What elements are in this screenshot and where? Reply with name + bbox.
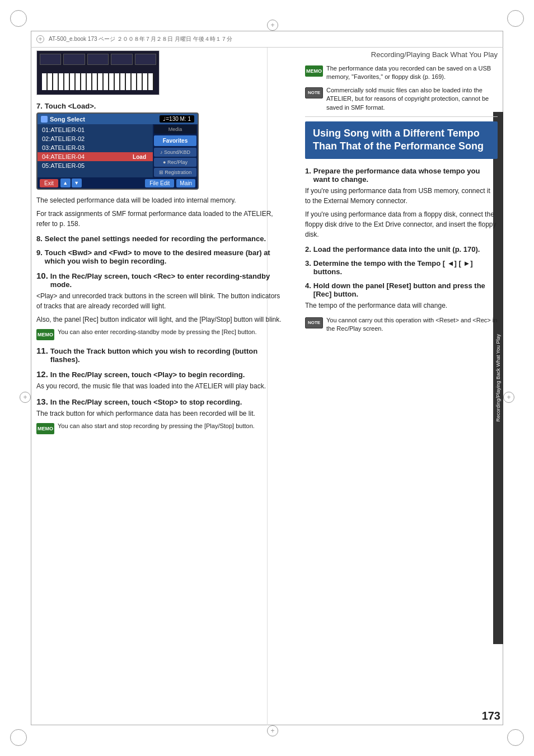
main-button[interactable]: Main bbox=[176, 179, 195, 187]
step-8: 8. Select the panel settings needed for … bbox=[36, 234, 283, 243]
right-note-1: NOTE Commercially sold music files can a… bbox=[305, 86, 498, 112]
note-text-r1: Commercially sold music files can also b… bbox=[326, 86, 498, 112]
panel-block-3 bbox=[87, 54, 109, 65]
step-9-label: Touch <Bwd> and <Fwd> to move to the des… bbox=[45, 248, 283, 265]
top-panel bbox=[40, 54, 156, 71]
ss-list: 01:ATELIER-01 02:ATELIER-02 03:ATELIER-0… bbox=[38, 124, 153, 177]
header-file-info: AT-500_e.book 173 ページ ２００８年７月２８日 月曜日 午後４… bbox=[49, 35, 232, 43]
rec-play-button[interactable]: ● Rec/Play bbox=[154, 158, 196, 167]
reg-mark-tl bbox=[10, 10, 27, 27]
note-icon-r2: NOTE bbox=[305, 317, 323, 328]
memo-icon-13: MEMO bbox=[36, 423, 54, 434]
ss-body: 01:ATELIER-01 02:ATELIER-02 03:ATELIER-0… bbox=[38, 124, 198, 177]
right-mid-crosshair bbox=[503, 392, 514, 403]
song-select-screen: Song Select ♩=130 M: 1 01:ATELIER-01 02:… bbox=[36, 112, 199, 190]
memo-icon-r1: MEMO bbox=[305, 65, 323, 77]
exit-button[interactable]: Exit bbox=[40, 179, 58, 187]
reg-mark-br bbox=[507, 729, 524, 746]
step-7-label: Touch <Load>. bbox=[45, 102, 96, 110]
load-button[interactable]: Load bbox=[128, 153, 151, 161]
step-11-header: 11. Touch the Track button which you wis… bbox=[36, 346, 283, 364]
step-10-header: 10. In the Rec/Play screen, touch <Rec> … bbox=[36, 271, 283, 289]
registration-button[interactable]: ⊞ Registration bbox=[154, 168, 196, 177]
right-step-2-label: Load the performance data into the unit … bbox=[313, 245, 480, 253]
step-13-memo: MEMO You can also start and stop recordi… bbox=[36, 422, 283, 434]
memo-text-r1: The performance data you recorded can be… bbox=[326, 64, 498, 82]
note-text-r2: You cannot carry out this operation with… bbox=[326, 316, 498, 334]
reg-mark-bl bbox=[10, 729, 27, 746]
step-10-desc2: Also, the panel [Rec] button indicator w… bbox=[36, 314, 283, 325]
step-7: 7. Touch <Load>. Song Select ♩=130 M: 1 … bbox=[36, 102, 283, 229]
memo-text-10: You can also enter recording-standby mod… bbox=[58, 328, 256, 340]
right-step-3-num: 3. bbox=[305, 259, 311, 267]
right-step-4-num: 4. bbox=[305, 281, 311, 290]
step-12-desc: As you record, the music file that was l… bbox=[36, 381, 283, 391]
device-image bbox=[36, 50, 160, 95]
panel-block-2 bbox=[63, 54, 85, 65]
sound-kbd-button[interactable]: ♪ Sound/KBD bbox=[154, 148, 196, 157]
step-10-label: In the Rec/Play screen, touch <Rec> to e… bbox=[50, 272, 283, 289]
step-10-desc1: <Play> and unrecorded track buttons in t… bbox=[36, 291, 283, 311]
step-13-num: 13. bbox=[36, 397, 48, 406]
step-8-header: 8. Select the panel settings needed for … bbox=[36, 234, 283, 243]
step-13-label: In the Rec/Play screen, touch <Stop> to … bbox=[50, 398, 242, 406]
right-step-1-desc1: If you're using performance data from US… bbox=[305, 186, 498, 206]
file-edit-button[interactable]: File Edit bbox=[145, 179, 174, 187]
right-column: Recording/Playing Back What You Play MEM… bbox=[294, 48, 503, 725]
step-9-num: 9. bbox=[36, 248, 43, 257]
ss-item-05[interactable]: 05:ATELIER-05 bbox=[38, 161, 153, 170]
step-12-num: 12. bbox=[36, 369, 48, 379]
arrow-buttons: ▲ ▼ bbox=[60, 179, 82, 187]
section-title: Using Song with a Different Tempo Than T… bbox=[313, 128, 484, 152]
header-crosshair bbox=[36, 35, 44, 43]
right-memo-1: MEMO The performance data you recorded c… bbox=[305, 64, 498, 82]
step-9: 9. Touch <Bwd> and <Fwd> to move to the … bbox=[36, 248, 283, 265]
header-strip: AT-500_e.book 173 ページ ２００８年７月２８日 月曜日 午後４… bbox=[31, 31, 503, 48]
right-note-2: NOTE You cannot carry out this operation… bbox=[305, 316, 498, 334]
step-12-header: 12. In the Rec/Play screen, touch <Play>… bbox=[36, 369, 283, 379]
right-step-4: 4. Hold down the panel [Reset] button an… bbox=[305, 281, 498, 311]
step-9-header: 9. Touch <Bwd> and <Fwd> to move to the … bbox=[36, 248, 283, 265]
down-arrow-button[interactable]: ▼ bbox=[72, 179, 82, 187]
step-13-desc: The track button for which performance d… bbox=[36, 408, 283, 419]
right-step-1-num: 1. bbox=[305, 167, 311, 175]
right-step-1-desc2: If you're using performance data from a … bbox=[305, 209, 498, 240]
ss-tempo: ♩=130 M: 1 bbox=[160, 115, 194, 123]
right-step-4-header: 4. Hold down the panel [Reset] button an… bbox=[305, 281, 498, 298]
step-12-label: In the Rec/Play screen, touch <Play> to … bbox=[50, 370, 245, 379]
bottom-crosshair bbox=[267, 725, 278, 736]
step-11: 11. Touch the Track button which you wis… bbox=[36, 346, 283, 364]
ss-item-04[interactable]: 04:ATELIER-04 Load bbox=[38, 152, 153, 161]
favorites-button[interactable]: Favorites bbox=[154, 135, 196, 146]
section-divider bbox=[305, 116, 498, 117]
step-11-label: Touch the Track button which you wish to… bbox=[50, 347, 283, 364]
step-12: 12. In the Rec/Play screen, touch <Play>… bbox=[36, 369, 283, 391]
up-arrow-button[interactable]: ▲ bbox=[60, 179, 71, 187]
memo-text-13: You can also start and stop recording by… bbox=[58, 422, 255, 434]
step-11-num: 11. bbox=[36, 346, 48, 355]
page-title: Recording/Playing Back What You Play bbox=[371, 50, 498, 59]
panel-block-5 bbox=[135, 54, 156, 65]
right-step-2: 2. Load the performance data into the un… bbox=[305, 245, 498, 253]
right-step-2-header: 2. Load the performance data into the un… bbox=[305, 245, 498, 253]
step-13: 13. In the Rec/Play screen, touch <Stop>… bbox=[36, 397, 283, 434]
song-select-icon bbox=[41, 116, 48, 123]
ss-title: Song Select bbox=[50, 116, 85, 123]
step-8-label: Select the panel settings needed for rec… bbox=[45, 234, 266, 243]
ss-sidebar: Media Favorites ♪ Sound/KBD ● Rec/Play ⊞… bbox=[153, 124, 198, 177]
page-number: 173 bbox=[482, 710, 500, 722]
step-10: 10. In the Rec/Play screen, touch <Rec> … bbox=[36, 271, 283, 340]
right-step-4-label: Hold down the panel [Reset] button and p… bbox=[313, 281, 498, 298]
step-7-header: 7. Touch <Load>. bbox=[36, 102, 283, 110]
step-7-desc2: For track assignments of SMF format perf… bbox=[36, 209, 283, 229]
right-step-1: 1. Prepare the performance data whose te… bbox=[305, 167, 498, 240]
ss-item-02[interactable]: 02:ATELIER-02 bbox=[38, 134, 153, 143]
main-content: 7. Touch <Load>. Song Select ♩=130 M: 1 … bbox=[31, 48, 503, 725]
top-crosshair bbox=[267, 20, 278, 31]
media-label: Media bbox=[154, 125, 196, 134]
ss-item-01[interactable]: 01:ATELIER-01 bbox=[38, 125, 153, 134]
step-7-desc1: The selected performance data will be lo… bbox=[36, 195, 283, 205]
right-step-3: 3. Determine the tempo with the Tempo [ … bbox=[305, 259, 498, 276]
ss-item-03[interactable]: 03:ATELIER-03 bbox=[38, 143, 153, 152]
ss-footer: Exit ▲ ▼ File Edit Main bbox=[38, 177, 198, 189]
